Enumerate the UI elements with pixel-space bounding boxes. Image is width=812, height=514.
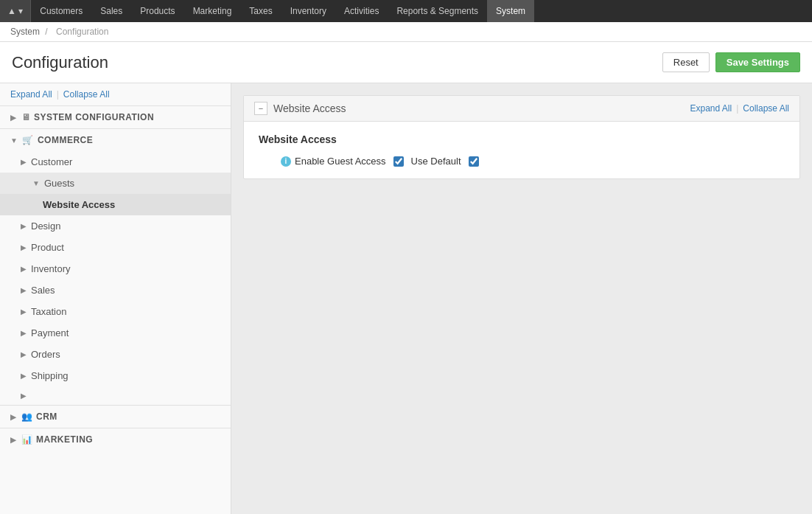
nav-inventory[interactable]: Inventory bbox=[281, 0, 335, 22]
enable-guest-access-checkbox[interactable] bbox=[393, 156, 404, 167]
sidebar-item-customer[interactable]: ▶ Customer bbox=[0, 151, 231, 173]
nav-marketing[interactable]: Marketing bbox=[184, 0, 241, 22]
breadcrumb: System / Configuration bbox=[0, 22, 812, 42]
sidebar-expand-all[interactable]: Expand All bbox=[10, 89, 52, 100]
chevron-right-icon: ▶ bbox=[21, 265, 27, 273]
nav-taxes[interactable]: Taxes bbox=[240, 0, 281, 22]
chevron-right-icon: ▶ bbox=[10, 413, 17, 421]
sidebar-section-system-header[interactable]: ▶ 🖥 SYSTEM CONFIGURATION bbox=[0, 106, 231, 128]
sidebar-section-crm: ▶ 👥 CRM bbox=[0, 405, 231, 428]
chevron-right-icon: ▶ bbox=[21, 286, 27, 294]
chevron-right-icon: ▶ bbox=[21, 243, 27, 251]
sidebar-item-sales[interactable]: ▶ Taxation bbox=[0, 301, 231, 322]
nav-system[interactable]: System bbox=[487, 0, 534, 22]
top-navigation: ▲ ▾ Customers Sales Products Marketing T… bbox=[0, 0, 812, 22]
chevron-right-icon: ▶ bbox=[21, 222, 27, 230]
panel-body: Website Access i Enable Guest Access Use… bbox=[244, 122, 799, 178]
chevron-down-icon: ▼ bbox=[10, 136, 18, 145]
breadcrumb-system[interactable]: System bbox=[10, 27, 40, 37]
system-icon: 🖥 bbox=[21, 112, 31, 122]
sidebar-item-design[interactable]: ▶ Product bbox=[0, 237, 231, 258]
logo-icon: ▲ ▾ bbox=[7, 6, 23, 16]
chevron-right-icon: ▶ bbox=[10, 114, 17, 122]
sidebar-expand-bar: Expand All | Collapse All bbox=[0, 83, 231, 105]
sidebar-item-inventory[interactable]: ▶ Sales bbox=[0, 279, 231, 301]
chevron-down-icon: ▼ bbox=[32, 179, 40, 187]
header-actions: Reset Save Settings bbox=[662, 52, 800, 72]
panel-expand-all[interactable]: Expand All bbox=[690, 103, 732, 114]
save-settings-button[interactable]: Save Settings bbox=[715, 52, 800, 72]
chevron-right-icon: ▶ bbox=[21, 158, 27, 166]
nav-sales[interactable]: Sales bbox=[91, 0, 131, 22]
sidebar-collapse-all[interactable]: Collapse All bbox=[63, 89, 110, 100]
sidebar-section-marketing: ▶ 📊 MARKETING bbox=[0, 428, 231, 451]
sidebar-item-website-access[interactable]: Website Access bbox=[0, 194, 231, 215]
sidebar-item-guests[interactable]: ▼ Guests bbox=[0, 173, 231, 194]
chevron-right-icon: ▶ bbox=[21, 308, 27, 316]
commerce-icon: 🛒 bbox=[22, 135, 34, 145]
crm-icon: 👥 bbox=[21, 411, 33, 422]
sidebar-item-catalog[interactable]: ▶ Design bbox=[0, 215, 231, 237]
panel-collapse-button[interactable]: − bbox=[254, 102, 267, 115]
minus-icon: − bbox=[259, 104, 263, 113]
use-default-label: Use Default bbox=[411, 156, 461, 167]
chevron-right-icon: ▶ bbox=[21, 392, 27, 400]
sidebar: Expand All | Collapse All ▶ 🖥 SYSTEM CON… bbox=[0, 83, 231, 514]
sidebar-item-payment[interactable]: ▶ Orders bbox=[0, 344, 231, 365]
sidebar-section-marketing-header[interactable]: ▶ 📊 MARKETING bbox=[0, 428, 231, 451]
sidebar-item-orders[interactable]: ▶ Shipping bbox=[0, 365, 231, 386]
chevron-right-icon: ▶ bbox=[21, 372, 27, 380]
panel-header: − Website Access Expand All | Collapse A… bbox=[244, 96, 799, 122]
breadcrumb-configuration: Configuration bbox=[56, 27, 108, 37]
website-access-panel: − Website Access Expand All | Collapse A… bbox=[243, 95, 800, 179]
panel-section-title: Website Access bbox=[259, 133, 785, 145]
enable-guest-access-row: i Enable Guest Access Use Default bbox=[281, 156, 785, 167]
reset-button[interactable]: Reset bbox=[662, 52, 710, 72]
chevron-right-icon: ▶ bbox=[21, 350, 27, 358]
sidebar-section-commerce-header[interactable]: ▼ 🛒 COMMERCE bbox=[0, 129, 231, 151]
panel-title: Website Access bbox=[273, 103, 346, 114]
panel-header-left: − Website Access bbox=[254, 102, 346, 115]
nav-customers[interactable]: Customers bbox=[31, 0, 91, 22]
panel-collapse-all[interactable]: Collapse All bbox=[743, 103, 789, 114]
sidebar-section-crm-header[interactable]: ▶ 👥 CRM bbox=[0, 406, 231, 428]
logo-button[interactable]: ▲ ▾ bbox=[0, 0, 31, 22]
main-layout: Expand All | Collapse All ▶ 🖥 SYSTEM CON… bbox=[0, 83, 812, 514]
sidebar-item-shipping[interactable]: ▶ bbox=[0, 386, 231, 405]
chevron-right-icon: ▶ bbox=[10, 436, 17, 444]
panel-header-right: Expand All | Collapse All bbox=[690, 103, 789, 114]
content-area: − Website Access Expand All | Collapse A… bbox=[231, 83, 812, 514]
nav-activities[interactable]: Activities bbox=[335, 0, 388, 22]
page-header: Configuration Reset Save Settings bbox=[0, 42, 812, 83]
sidebar-item-taxation[interactable]: ▶ Payment bbox=[0, 322, 231, 344]
nav-products[interactable]: Products bbox=[131, 0, 183, 22]
use-default-checkbox[interactable] bbox=[469, 156, 479, 167]
sidebar-section-commerce: ▼ 🛒 COMMERCE ▶ Customer ▼ Guests Website… bbox=[0, 128, 231, 405]
marketing-icon: 📊 bbox=[21, 434, 33, 445]
info-icon[interactable]: i bbox=[281, 156, 291, 167]
sidebar-item-product[interactable]: ▶ Inventory bbox=[0, 258, 231, 279]
enable-guest-access-label: i Enable Guest Access bbox=[281, 156, 386, 167]
sidebar-section-system: ▶ 🖥 SYSTEM CONFIGURATION bbox=[0, 105, 231, 128]
chevron-right-icon: ▶ bbox=[21, 329, 27, 337]
nav-reports[interactable]: Reports & Segments bbox=[388, 0, 487, 22]
page-title: Configuration bbox=[12, 53, 108, 72]
